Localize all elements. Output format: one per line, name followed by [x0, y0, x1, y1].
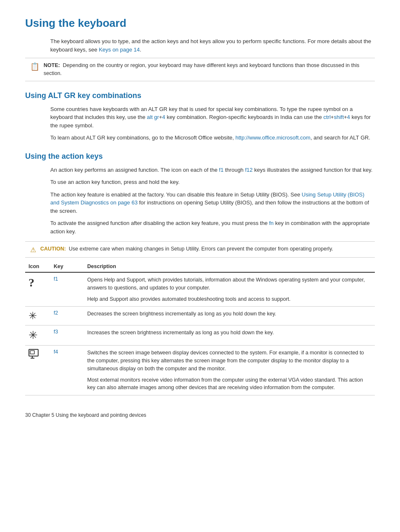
- question-icon: ?: [29, 276, 34, 289]
- table-row: ✳ f2 Decreases the screen brightness inc…: [25, 307, 375, 325]
- desc-f1-p1: Opens Help and Support, which provides t…: [87, 276, 371, 292]
- note-text: NOTE: Depending on the country or region…: [44, 62, 370, 77]
- col-header-key: Key: [50, 261, 84, 272]
- key-cell-f2: f2: [50, 307, 84, 325]
- table-row: ? f1 Opens Help and Support, which provi…: [25, 272, 375, 307]
- svg-rect-1: [30, 351, 34, 354]
- altgr-para-1: Some countries have keyboards with an AL…: [50, 105, 375, 130]
- icon-cell-f3: ✳: [25, 325, 50, 346]
- desc-f1-p2: Help and Support also provides automated…: [87, 295, 371, 303]
- desc-f3-p1: Increases the screen brightness incremen…: [87, 329, 371, 337]
- desc-f2-p1: Decreases the screen brightness incremen…: [87, 310, 371, 318]
- keys-link[interactable]: Keys on page 14: [99, 46, 140, 53]
- altgr-inline-code-2: 4: [162, 114, 165, 120]
- desc-f4-p1: Switches the screen image between displa…: [87, 349, 371, 372]
- desc-cell-f2: Decreases the screen brightness incremen…: [84, 307, 375, 325]
- table-row: ✳ f3 Increases the screen brightness inc…: [25, 325, 375, 346]
- caution-label: CAUTION:: [40, 246, 66, 252]
- icon-cell-f2: ✳: [25, 307, 50, 325]
- icon-cell-f1: ?: [25, 272, 50, 307]
- intro-text-end: .: [140, 46, 141, 53]
- key-cell-f1: f1: [50, 272, 84, 307]
- caution-icon: ⚠: [30, 246, 36, 254]
- action-para-2: To use an action key function, press and…: [50, 178, 375, 186]
- altgr-inline-code-3: ctrl: [323, 114, 330, 120]
- footer: 30 Chapter 5 Using the keyboard and poin…: [25, 412, 375, 418]
- note-icon: 📋: [30, 62, 39, 71]
- setup-utility-link[interactable]: Using Setup Utility (BIOS) and System Di…: [50, 191, 364, 206]
- intro-paragraph: The keyboard allows you to type, and the…: [50, 37, 375, 54]
- fn-key: fn: [269, 220, 274, 226]
- sun-dim-icon: ✳: [29, 310, 37, 321]
- table-row: f4 Switches the screen image between dis…: [25, 346, 375, 395]
- table-header-row: Icon Key Description: [25, 261, 375, 272]
- caution-body: Use extreme care when making changes in …: [69, 246, 333, 252]
- altgr-inline-code-5: 4: [347, 114, 350, 120]
- key-cell-f4: f4: [50, 346, 84, 395]
- microsoft-link[interactable]: http://www.office.microsoft.com: [236, 134, 311, 141]
- altgr-inline-code-1: alt gr: [147, 114, 159, 120]
- note-label: NOTE:: [44, 62, 60, 68]
- caution-box: ⚠ CAUTION: Use extreme care when making …: [25, 241, 375, 258]
- section-title-action: Using the action keys: [25, 152, 375, 161]
- action-para-4: To activate the assigned function after …: [50, 219, 375, 235]
- icon-cell-f4: [25, 346, 50, 395]
- page-title: Using the keyboard: [25, 17, 375, 30]
- action-para-3: The action key feature is enabled at the…: [50, 191, 375, 215]
- desc-cell-f3: Increases the screen brightness incremen…: [84, 325, 375, 346]
- col-header-icon: Icon: [25, 261, 50, 272]
- note-box: 📋 NOTE: Depending on the country or regi…: [25, 58, 375, 81]
- section-title-altgr: Using ALT GR key combinations: [25, 91, 375, 100]
- col-header-desc: Description: [84, 261, 375, 272]
- desc-cell-f1: Opens Help and Support, which provides t…: [84, 272, 375, 307]
- action-keys-table: Icon Key Description ? f1 Opens Help and…: [25, 261, 375, 395]
- desc-cell-f4: Switches the screen image between displa…: [84, 346, 375, 395]
- altgr-para-2: To learn about ALT GR key combinations, …: [50, 134, 375, 142]
- altgr-inline-code-4: shift: [334, 114, 344, 120]
- sun-bright-icon: ✳: [29, 329, 38, 341]
- caution-text: CAUTION: Use extreme care when making ch…: [40, 245, 333, 253]
- note-body: Depending on the country or region, your…: [44, 62, 359, 76]
- action-para-1: An action key performs an assigned funct…: [50, 166, 375, 174]
- action-f12: f12: [245, 167, 252, 173]
- action-f1: f1: [219, 167, 223, 173]
- key-cell-f3: f3: [50, 325, 84, 346]
- monitor-icon: [29, 351, 42, 362]
- desc-f4-p2: Most external monitors receive video inf…: [87, 376, 371, 392]
